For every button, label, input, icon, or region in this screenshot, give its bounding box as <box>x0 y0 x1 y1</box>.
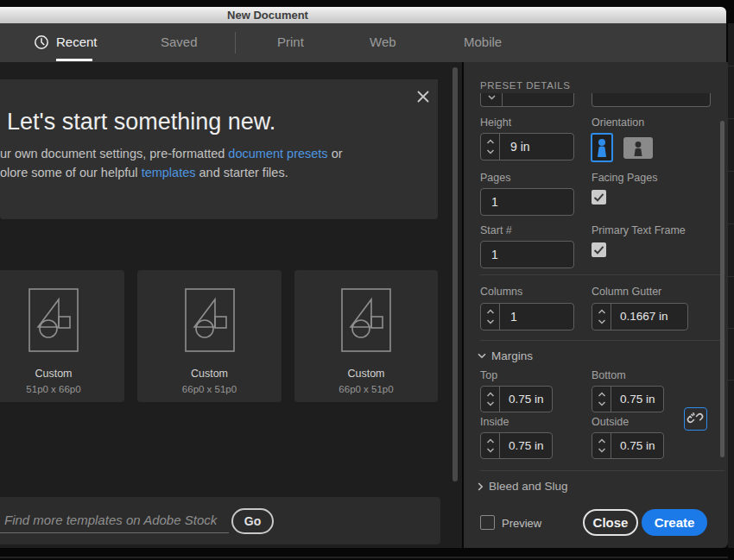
broken-chain-icon <box>685 408 706 429</box>
left-pane-scrollbar[interactable] <box>452 67 458 481</box>
hero-text: olore some of our helpful <box>0 166 142 179</box>
pages-input[interactable]: 1 <box>480 188 574 216</box>
chevron-down-icon[interactable] <box>486 319 494 324</box>
chevron-up-icon[interactable] <box>486 309 494 314</box>
margin-outside-value[interactable]: 0.75 in <box>611 433 663 458</box>
background-panel-strip <box>728 23 734 548</box>
chevron-up-icon[interactable] <box>486 438 494 444</box>
height-label: Height <box>480 116 511 129</box>
chevron-up-icon[interactable] <box>486 392 494 397</box>
adobe-stock-bar: Go <box>0 497 440 544</box>
preview-label: Preview <box>502 517 541 530</box>
create-button[interactable]: Create <box>642 509 707 536</box>
window-bottom-edge <box>0 557 728 558</box>
margin-top-value[interactable]: 0.75 in <box>500 387 552 412</box>
orientation-label: Orientation <box>592 116 644 129</box>
margin-top-stepper[interactable] <box>481 387 500 412</box>
orientation-landscape-icon[interactable] <box>623 137 653 159</box>
margin-top-field[interactable]: 0.75 in <box>480 386 553 412</box>
margin-inside-value[interactable]: 0.75 in <box>500 433 552 458</box>
bleed-slug-section-header[interactable]: Bleed and Slug <box>478 480 568 493</box>
height-stepper[interactable] <box>481 134 500 160</box>
document-presets-link[interactable]: document presets <box>228 147 327 160</box>
divider <box>480 274 725 275</box>
hero-text-line1: ur own document settings, pre-formatted … <box>0 147 343 160</box>
margin-top-label: Top <box>480 369 497 381</box>
hero-text-line2: olore some of our helpful templates and … <box>0 166 288 179</box>
clipped-width-field[interactable] <box>480 93 574 107</box>
chevron-down-icon[interactable] <box>598 448 605 453</box>
chevron-down-icon[interactable] <box>488 95 496 100</box>
margin-inside-stepper[interactable] <box>481 433 500 458</box>
columns-value[interactable]: 1 <box>500 304 573 330</box>
hero-text: ur own document settings, pre-formatted <box>0 147 228 160</box>
bleed-slug-label: Bleed and Slug <box>489 480 568 493</box>
start-input[interactable]: 1 <box>480 241 574 268</box>
column-gutter-field[interactable]: 0.1667 in <box>592 303 688 330</box>
preset-card-dimensions: 66p0 x 51p0 <box>339 384 393 394</box>
chevron-down-icon[interactable] <box>598 319 605 324</box>
hero-banner: Let's start something new. ur own docume… <box>0 79 438 219</box>
chevron-down-icon[interactable] <box>486 448 494 453</box>
margin-bottom-stepper[interactable] <box>592 387 611 412</box>
preset-card[interactable]: Custom 66p0 x 51p0 <box>137 270 282 402</box>
templates-link[interactable]: templates <box>142 166 196 179</box>
document-preset-icon <box>341 288 391 352</box>
margin-bottom-label: Bottom <box>592 369 626 381</box>
margin-bottom-value[interactable]: 0.75 in <box>611 387 663 412</box>
preset-card-dimensions: 66p0 x 51p0 <box>182 384 237 394</box>
margins-section-header[interactable]: Margins <box>478 349 533 362</box>
columns-stepper[interactable] <box>481 304 500 330</box>
chevron-up-icon[interactable] <box>486 139 494 144</box>
preset-card-title: Custom <box>347 368 384 380</box>
chevron-down-icon <box>478 353 486 359</box>
column-gutter-value[interactable]: 0.1667 in <box>611 304 687 330</box>
margins-label: Margins <box>491 349 533 362</box>
margin-inside-label: Inside <box>480 416 509 428</box>
primary-text-frame-checkbox[interactable] <box>592 242 606 257</box>
orientation-portrait-icon[interactable] <box>591 133 613 162</box>
hero-heading: Let's start something new. <box>7 109 275 135</box>
chevron-down-icon[interactable] <box>486 401 494 406</box>
dialog-tabbar: Recent Saved Print Web Mobile <box>0 23 726 62</box>
window-titlebar[interactable]: New Document <box>0 7 726 23</box>
facing-pages-checkbox[interactable] <box>592 190 606 204</box>
preview-checkbox[interactable] <box>480 515 495 530</box>
divider <box>480 470 725 471</box>
margin-outside-stepper[interactable] <box>592 433 611 458</box>
start-label: Start # <box>480 224 512 236</box>
height-field[interactable]: 9 in <box>480 133 574 160</box>
panel-scrollbar[interactable] <box>720 121 725 457</box>
close-button[interactable]: Close <box>583 509 638 536</box>
panel-header: PRESET DETAILS <box>480 80 570 91</box>
margin-bottom-field[interactable]: 0.75 in <box>592 386 664 412</box>
primary-text-frame-label: Primary Text Frame <box>592 224 686 236</box>
tab-mobile[interactable]: Mobile <box>464 35 502 49</box>
height-value[interactable]: 9 in <box>500 134 573 160</box>
preset-card-title: Custom <box>35 368 72 380</box>
margin-outside-field[interactable]: 0.75 in <box>592 432 664 459</box>
tab-recent[interactable]: Recent <box>56 35 98 49</box>
chevron-right-icon <box>478 482 484 491</box>
clipped-units-field[interactable] <box>592 93 711 107</box>
margin-inside-field[interactable]: 0.75 in <box>480 432 553 459</box>
hero-text: or <box>328 147 343 160</box>
stock-search-input[interactable] <box>0 507 229 533</box>
tab-web[interactable]: Web <box>370 35 396 49</box>
column-gutter-stepper[interactable] <box>592 304 611 330</box>
go-button[interactable]: Go <box>231 508 274 534</box>
link-margins-button[interactable] <box>684 407 707 431</box>
chevron-down-icon[interactable] <box>486 149 494 154</box>
preset-card[interactable]: Custom 51p0 x 66p0 <box>0 270 124 402</box>
columns-field[interactable]: 1 <box>480 303 574 330</box>
document-preset-icon <box>28 288 79 352</box>
chevron-up-icon[interactable] <box>598 438 605 444</box>
tab-print[interactable]: Print <box>277 35 304 49</box>
chevron-down-icon[interactable] <box>598 401 605 406</box>
preset-details-panel: PRESET DETAILS Height Orientation 9 in <box>464 62 728 548</box>
preset-card[interactable]: Custom 66p0 x 51p0 <box>294 270 438 402</box>
chevron-up-icon[interactable] <box>598 309 605 314</box>
close-icon[interactable] <box>414 88 432 105</box>
tab-saved[interactable]: Saved <box>161 35 198 49</box>
chevron-up-icon[interactable] <box>598 392 605 397</box>
